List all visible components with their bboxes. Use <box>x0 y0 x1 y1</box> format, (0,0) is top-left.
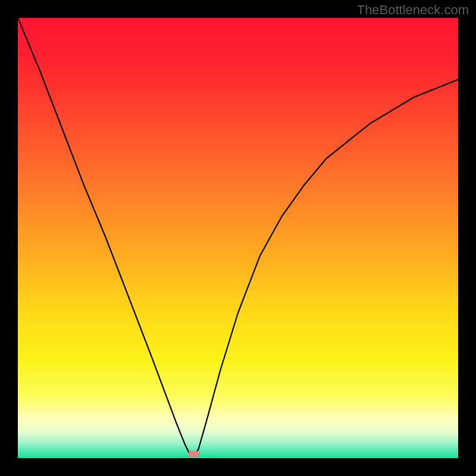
optimal-point-marker <box>188 451 200 457</box>
watermark-text: TheBottleneck.com <box>357 2 469 18</box>
bottleneck-curve <box>18 18 458 458</box>
chart-plot-area <box>18 18 458 458</box>
